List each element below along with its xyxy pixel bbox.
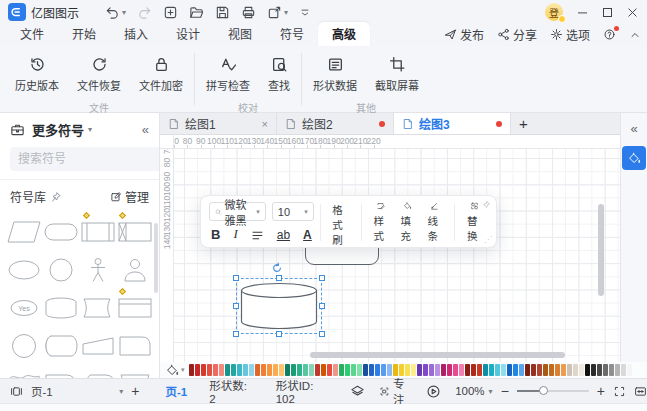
open-file-button[interactable] — [189, 5, 204, 20]
color-swatch[interactable] — [495, 364, 500, 376]
color-swatch[interactable] — [531, 364, 536, 376]
color-swatch[interactable] — [273, 364, 278, 376]
save-button[interactable] — [215, 5, 230, 20]
color-swatch[interactable] — [231, 364, 236, 376]
color-swatch[interactable] — [621, 364, 626, 376]
redo-button[interactable] — [137, 5, 152, 20]
help-button[interactable] — [603, 28, 616, 41]
symbol-inverted-trapezoid[interactable] — [116, 369, 153, 378]
doc-tab-close-icon[interactable]: × — [262, 118, 268, 130]
fill-button[interactable]: 填充 — [394, 202, 421, 243]
color-swatch[interactable] — [567, 364, 572, 376]
color-swatch[interactable] — [345, 364, 350, 376]
color-swatch[interactable] — [525, 364, 530, 376]
selection-handle-ne[interactable] — [319, 275, 325, 281]
color-swatch[interactable] — [189, 364, 194, 376]
color-swatch[interactable] — [441, 364, 446, 376]
color-swatch[interactable] — [609, 364, 614, 376]
color-swatch[interactable] — [279, 364, 284, 376]
screenshot-button[interactable]: 截取屏幕 — [366, 53, 428, 96]
new-file-button[interactable] — [163, 5, 178, 20]
color-swatch[interactable] — [447, 364, 452, 376]
customize-toolbar-button[interactable] — [299, 6, 311, 18]
pin-toolbar-icon[interactable] — [481, 200, 491, 210]
color-swatch[interactable] — [501, 364, 506, 376]
doc-tab-1[interactable]: 绘图1 × — [160, 113, 277, 134]
color-swatch[interactable] — [459, 364, 464, 376]
symbol-display[interactable] — [80, 369, 117, 378]
undo-button[interactable]: ▾ — [105, 5, 126, 20]
color-swatch[interactable] — [579, 364, 584, 376]
export-button[interactable]: ▾ — [267, 5, 288, 20]
maximize-button[interactable] — [603, 8, 612, 17]
line-button[interactable]: 线条 — [421, 202, 448, 243]
color-swatch[interactable] — [207, 364, 212, 376]
symbol-cylinder[interactable] — [43, 293, 80, 323]
new-doc-tab-button[interactable]: + — [511, 113, 536, 134]
color-swatch[interactable] — [549, 364, 554, 376]
color-swatch[interactable] — [213, 364, 218, 376]
print-button[interactable] — [241, 5, 256, 20]
color-swatch[interactable] — [309, 364, 314, 376]
sidebar-title-caret-icon[interactable]: ▾ — [88, 125, 92, 134]
doc-tab-3[interactable]: 绘图3 — [394, 113, 511, 134]
symbol-d-shape[interactable] — [43, 369, 80, 378]
color-swatch[interactable] — [627, 364, 632, 376]
selection-handle-n[interactable] — [276, 275, 282, 281]
selection-handle-nw[interactable] — [233, 275, 239, 281]
doc-tab-2[interactable]: 绘图2 — [277, 113, 394, 134]
file-recovery-button[interactable]: 文件恢复 — [68, 53, 130, 96]
active-page-label[interactable]: 页-1 — [166, 383, 188, 399]
color-swatch[interactable] — [243, 364, 248, 376]
color-swatch[interactable] — [249, 364, 254, 376]
color-swatch[interactable] — [561, 364, 566, 376]
color-swatch[interactable] — [489, 364, 494, 376]
color-swatch[interactable] — [327, 364, 332, 376]
color-swatch[interactable] — [537, 364, 542, 376]
palette-caret-icon[interactable]: ▾ — [181, 366, 185, 374]
color-swatch[interactable] — [477, 364, 482, 376]
color-swatch[interactable] — [339, 364, 344, 376]
color-swatch[interactable] — [483, 364, 488, 376]
sidebar-scrollbar[interactable] — [154, 223, 158, 293]
color-swatch[interactable] — [267, 364, 272, 376]
underline-button[interactable]: ab — [277, 228, 290, 242]
tab-advanced[interactable]: 高级 — [318, 22, 370, 46]
shape-data-button[interactable]: 形状数据 — [304, 53, 366, 96]
font-size-select[interactable]: 10 ▾ — [272, 202, 314, 221]
find-button[interactable]: 查找 — [259, 53, 299, 96]
font-color-button[interactable]: A — [303, 228, 312, 242]
page-list-caret-icon[interactable]: ▾ — [119, 387, 123, 396]
color-swatch[interactable] — [255, 364, 260, 376]
undo-caret-icon[interactable]: ▾ — [122, 8, 126, 17]
fill-panel-button[interactable] — [622, 146, 646, 170]
panel-collapse-button[interactable]: « — [630, 121, 637, 136]
symbol-internal-storage[interactable] — [116, 293, 153, 323]
color-swatch[interactable] — [471, 364, 476, 376]
add-page-button[interactable]: + — [131, 383, 139, 399]
file-encrypt-button[interactable]: 文件加密 — [130, 53, 192, 96]
layers-button[interactable] — [350, 384, 365, 399]
focus-mode-button[interactable]: 专注 — [379, 375, 412, 407]
color-swatch[interactable] — [543, 364, 548, 376]
fill-color-icon[interactable] — [166, 364, 179, 377]
symbol-predefined-process[interactable] — [80, 217, 117, 247]
color-swatch[interactable] — [453, 364, 458, 376]
color-swatch[interactable] — [615, 364, 620, 376]
color-swatch[interactable] — [513, 364, 518, 376]
tab-symbols[interactable]: 符号 — [266, 22, 318, 46]
selection-handle-w[interactable] — [233, 303, 239, 309]
pin-icon[interactable] — [50, 191, 62, 203]
tab-home[interactable]: 开始 — [58, 22, 110, 46]
zoom-slider-knob[interactable] — [539, 386, 548, 395]
manage-library-button[interactable]: 管理 — [110, 188, 149, 205]
color-swatch[interactable] — [261, 364, 266, 376]
color-swatch[interactable] — [297, 364, 302, 376]
zoom-out-button[interactable]: − — [501, 383, 509, 399]
color-swatch[interactable] — [285, 364, 290, 376]
symbol-circle-2[interactable] — [6, 331, 43, 361]
font-family-select[interactable]: 微软雅黑 ▾ — [209, 202, 266, 221]
symbol-stadium[interactable] — [43, 217, 80, 247]
selection-handle-sw[interactable] — [233, 331, 239, 337]
page-name[interactable]: 页-1 — [31, 383, 53, 399]
